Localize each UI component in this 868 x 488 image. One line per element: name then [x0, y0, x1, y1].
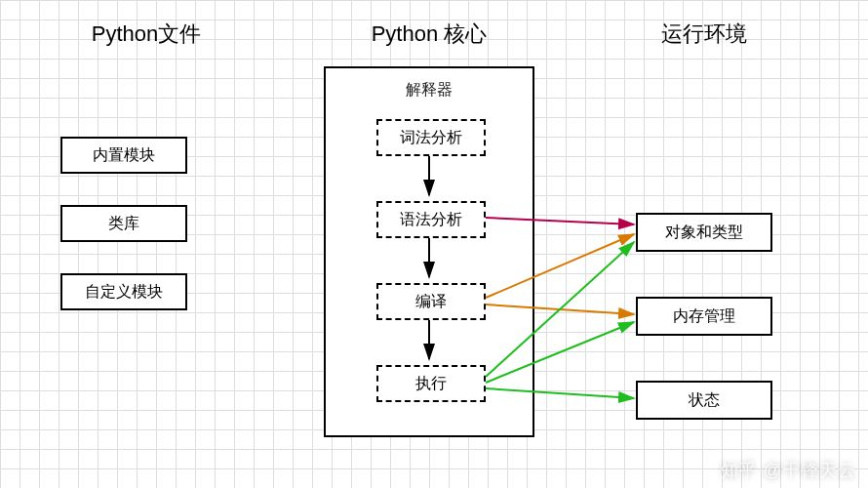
interpreter-title: 解释器 [326, 80, 533, 101]
env-box-state: 状态 [636, 381, 772, 420]
watermark: 知乎 @千锋天云 [721, 459, 856, 482]
env-box-objects: 对象和类型 [636, 213, 772, 252]
file-box-builtin: 内置模块 [60, 137, 187, 174]
file-box-custom: 自定义模块 [60, 273, 187, 310]
file-box-library: 类库 [60, 205, 187, 242]
column-title-files: Python文件 [59, 20, 234, 49]
env-box-memory: 内存管理 [636, 297, 772, 336]
column-title-core: Python 核心 [332, 20, 527, 49]
column-title-env: 运行环境 [616, 20, 792, 49]
stage-parse: 语法分析 [376, 201, 486, 238]
interpreter-container: 解释器 词法分析 语法分析 编译 执行 [324, 66, 534, 437]
stage-compile: 编译 [376, 283, 486, 320]
stage-lex: 词法分析 [376, 119, 486, 156]
stage-execute: 执行 [376, 365, 486, 402]
